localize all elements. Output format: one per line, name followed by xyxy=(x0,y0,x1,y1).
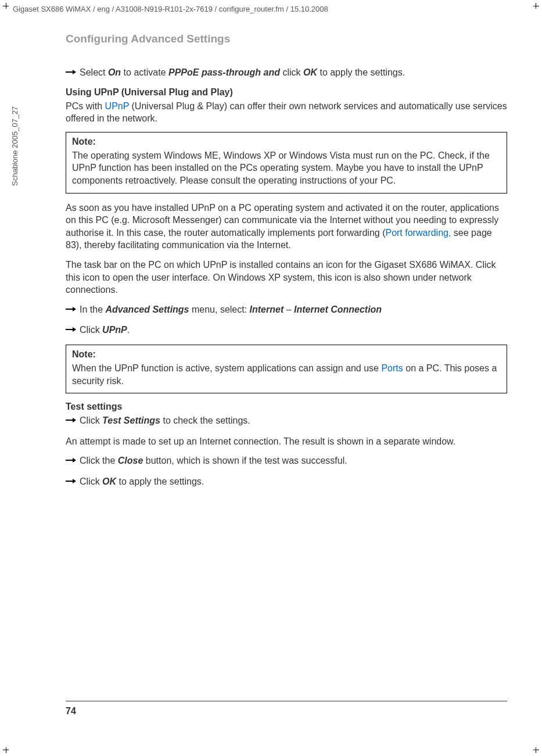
arrow-icon xyxy=(66,457,80,464)
para-taskbar: The task bar on the PC on which UPnP is … xyxy=(66,259,507,296)
upnp-heading: Using UPnP (Universal Plug and Play) xyxy=(66,87,507,98)
menu-internet: Internet xyxy=(250,304,284,314)
crop-mark xyxy=(533,750,539,750)
crop-mark xyxy=(533,6,539,6)
upnp-link[interactable]: UPnP xyxy=(105,101,130,111)
arrow-icon xyxy=(66,478,80,485)
step-text: In the Advanced Settings menu, select: I… xyxy=(80,303,507,316)
upnp-intro-para: PCs with UPnP (Universal Plug & Play) ca… xyxy=(66,100,507,125)
crop-mark xyxy=(536,747,536,753)
ui-option-on: On xyxy=(108,67,121,77)
arrow-icon xyxy=(66,306,80,313)
para-attempt: An attempt is made to set up an Internet… xyxy=(66,435,507,448)
ui-button-ok: OK xyxy=(102,476,116,486)
note-text: The operating system Windows ME, Windows… xyxy=(72,149,501,187)
port-forwarding-link[interactable]: Port forwarding, xyxy=(385,228,451,238)
ui-button-test-settings: Test Settings xyxy=(102,415,160,425)
ui-option-pppoe: PPPoE pass-through and xyxy=(168,67,280,77)
page-title: Configuring Advanced Settings xyxy=(66,33,507,45)
menu-internet-connection: Internet Connection xyxy=(294,304,382,314)
page-footer-line xyxy=(66,701,507,701)
test-settings-heading: Test settings xyxy=(66,402,507,412)
arrow-icon xyxy=(66,417,80,424)
header-file-path: Gigaset SX686 WiMAX / eng / A31008-N919-… xyxy=(13,5,328,13)
crop-mark xyxy=(536,3,536,9)
menu-advanced-settings: Advanced Settings xyxy=(105,304,189,314)
note-box-1: Note: The operating system Windows ME, W… xyxy=(66,132,507,194)
arrow-icon xyxy=(66,326,80,333)
note-title: Note: xyxy=(72,349,501,360)
step-text: Select On to activate PPPoE pass-through… xyxy=(80,66,507,79)
ui-button-ok: OK xyxy=(303,67,317,77)
crop-mark xyxy=(6,747,6,753)
step-text: Click OK to apply the settings. xyxy=(80,475,507,488)
step-text: Click UPnP. xyxy=(80,324,507,336)
step-text: Click the Close button, which is shown i… xyxy=(80,454,507,467)
page-number: 74 xyxy=(66,706,76,716)
ui-button-close: Close xyxy=(118,456,143,465)
arrow-icon xyxy=(66,69,80,76)
note-title: Note: xyxy=(72,137,501,147)
ports-link[interactable]: Ports xyxy=(381,363,403,373)
note-text: When the UPnP function is active, system… xyxy=(72,362,501,387)
para-upnp-install: As soon as you have installed UPnP on a … xyxy=(66,202,507,252)
template-version: Schablone 2005_07_27 xyxy=(10,106,19,186)
note-box-2: Note: When the UPnP function is active, … xyxy=(66,345,507,393)
step-text: Click Test Settings to check the setting… xyxy=(80,414,507,427)
crop-mark xyxy=(6,3,6,9)
ui-option-upnp: UPnP xyxy=(102,325,127,335)
